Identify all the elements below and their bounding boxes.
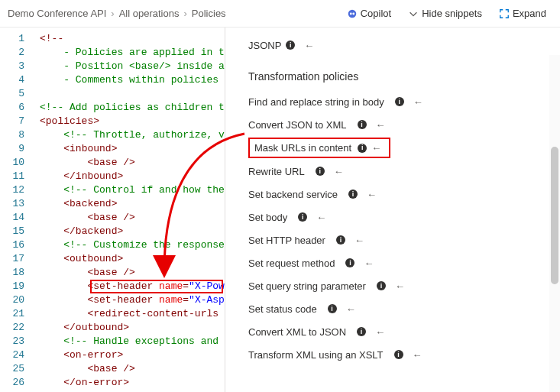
info-icon[interactable]: i — [345, 258, 354, 267]
policy-label: Mask URLs in content — [254, 142, 351, 154]
snippets-panel: JSONP i ← Transformation policies Find a… — [225, 28, 560, 392]
code-line[interactable]: <base /> — [34, 211, 225, 225]
code-line[interactable]: <outbound> — [34, 252, 225, 266]
arrow-left-icon[interactable]: ← — [395, 280, 405, 292]
line-number: 7 — [0, 115, 24, 128]
code-line[interactable]: <set-header name="X-Asp — [34, 293, 225, 307]
arrow-left-icon[interactable]: ← — [346, 303, 356, 315]
code-line[interactable]: <!-- — [34, 32, 225, 46]
code-line[interactable]: - Policies are applied in th — [34, 46, 225, 60]
info-icon[interactable]: i — [357, 327, 366, 336]
arrow-left-icon[interactable]: ← — [413, 96, 423, 108]
policy-label: JSONP — [248, 40, 281, 51]
line-number: 18 — [0, 266, 24, 280]
scrollbar-track[interactable] — [549, 55, 560, 392]
code-line[interactable]: </outbound> — [34, 321, 225, 335]
line-number: 12 — [0, 183, 24, 197]
info-icon[interactable]: i — [348, 190, 358, 199]
svg-point-0 — [348, 9, 356, 18]
code-content[interactable]: <!-- - Policies are applied in th - Posi… — [34, 28, 225, 392]
copilot-button[interactable]: Copilot — [341, 5, 397, 22]
info-icon[interactable]: i — [328, 304, 337, 313]
breadcrumb-item-3[interactable]: Policies — [192, 8, 226, 19]
policy-item[interactable]: Set status codei← — [248, 297, 560, 320]
code-line[interactable]: <backend> — [34, 197, 225, 211]
policy-item[interactable]: Convert JSON to XMLi← — [248, 113, 560, 136]
arrow-left-icon[interactable]: ← — [413, 349, 422, 361]
code-line[interactable]: </inbound> — [34, 170, 225, 183]
policy-label: Convert XML to JSON — [248, 326, 346, 338]
info-icon[interactable]: i — [286, 40, 295, 50]
code-line[interactable]: <set-header name="X-Powe — [34, 280, 225, 293]
code-line[interactable]: <!-- Add policies as children to — [34, 101, 225, 115]
code-line[interactable]: <on-error> — [34, 348, 225, 362]
policy-item-mask-urls[interactable]: Mask URLs in contenti← — [248, 138, 390, 158]
code-line[interactable]: <!-- Customize the responses — [34, 238, 225, 252]
info-icon[interactable]: i — [394, 350, 403, 359]
arrow-left-icon[interactable]: ← — [354, 235, 364, 246]
line-number: 25 — [0, 362, 24, 376]
policy-label: Find and replace string in body — [248, 96, 384, 108]
code-line[interactable]: <redirect-content-urls — [34, 307, 225, 321]
code-line[interactable]: <!-- Handle exceptions and c — [34, 335, 225, 348]
arrow-left-icon[interactable]: ← — [304, 40, 314, 51]
expand-label: Expand — [513, 8, 546, 19]
code-line[interactable] — [34, 87, 225, 101]
svg-point-1 — [350, 12, 352, 15]
code-line[interactable]: </backend> — [34, 225, 225, 238]
policy-item-jsonp[interactable]: JSONP i ← — [248, 34, 560, 57]
line-number: 13 — [0, 197, 24, 211]
policy-item[interactable]: Convert XML to JSONi← — [248, 320, 560, 343]
copilot-icon — [347, 8, 358, 19]
code-line[interactable]: </on-error> — [34, 376, 225, 390]
policy-item[interactable]: Set query string parameteri← — [248, 274, 560, 297]
info-icon[interactable]: i — [336, 235, 345, 245]
policy-item[interactable]: Set bodyi← — [248, 206, 560, 228]
line-number: 15 — [0, 225, 24, 238]
code-line[interactable]: - Position <base/> inside a — [34, 60, 225, 73]
code-line[interactable]: - Comments within policies a — [34, 73, 225, 87]
policy-label: Set backend service — [248, 189, 338, 200]
info-icon[interactable]: i — [395, 97, 404, 106]
scrollbar-thumb[interactable] — [551, 147, 558, 284]
arrow-left-icon[interactable]: ← — [334, 166, 344, 177]
arrow-left-icon[interactable]: ← — [367, 189, 377, 200]
hide-snippets-label: Hide snippets — [422, 8, 482, 19]
code-line[interactable]: <base /> — [34, 156, 225, 170]
info-icon[interactable]: i — [358, 144, 367, 153]
policy-item[interactable]: Set backend servicei← — [248, 183, 560, 206]
hide-snippets-button[interactable]: Hide snippets — [402, 5, 488, 22]
code-editor[interactable]: 1234567891011121314151617181920212223242… — [0, 28, 225, 392]
code-line[interactable]: <base /> — [34, 266, 225, 280]
policy-item[interactable]: Set HTTP headeri← — [248, 228, 560, 251]
code-line[interactable]: <!-- Control if and how the — [34, 183, 225, 197]
info-icon[interactable]: i — [316, 167, 325, 176]
line-number: 5 — [0, 87, 24, 101]
arrow-left-icon[interactable]: ← — [364, 258, 374, 269]
code-line[interactable]: <policies> — [34, 115, 225, 128]
header-bar: Demo Conference API › All operations › P… — [0, 0, 560, 28]
arrow-left-icon[interactable]: ← — [376, 119, 386, 131]
code-line[interactable]: <!-- Throttle, authorize, va — [34, 128, 225, 142]
info-icon[interactable]: i — [358, 120, 367, 129]
policy-label: Rewrite URL — [248, 166, 305, 177]
policy-item[interactable]: Find and replace string in bodyi← — [248, 90, 560, 113]
breadcrumb-item-1[interactable]: Demo Conference API — [8, 8, 106, 19]
policy-item[interactable]: Transform XML using an XSLTi← — [248, 343, 560, 366]
arrow-left-icon[interactable]: ← — [375, 326, 385, 338]
line-number: 2 — [0, 46, 24, 60]
policy-label: Transform XML using an XSLT — [248, 349, 384, 361]
info-icon[interactable]: i — [377, 281, 386, 290]
line-number: 10 — [0, 156, 24, 170]
breadcrumb-item-2[interactable]: All operations — [119, 8, 180, 19]
arrow-left-icon[interactable]: ← — [316, 212, 326, 223]
policy-label: Set query string parameter — [248, 280, 366, 292]
policy-item[interactable]: Set request methodi← — [248, 251, 560, 274]
info-icon[interactable]: i — [298, 212, 307, 222]
arrow-left-icon[interactable]: ← — [371, 142, 381, 154]
policy-item[interactable]: Rewrite URLi← — [248, 160, 560, 183]
code-line[interactable]: <base /> — [34, 362, 225, 376]
code-line[interactable]: <inbound> — [34, 142, 225, 156]
main-area: 1234567891011121314151617181920212223242… — [0, 28, 560, 392]
expand-button[interactable]: Expand — [493, 5, 552, 22]
